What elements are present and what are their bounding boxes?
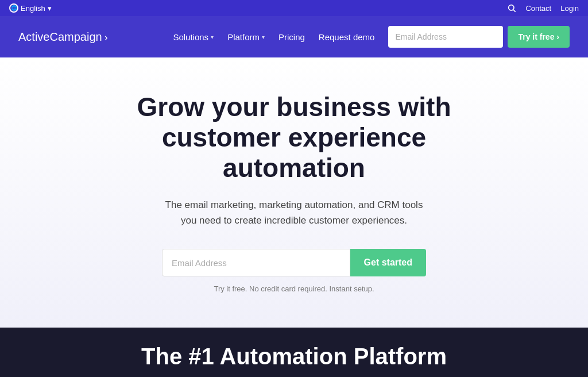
search-icon[interactable] [507, 3, 516, 13]
svg-line-1 [513, 10, 516, 12]
svg-point-0 [509, 5, 514, 10]
login-link[interactable]: Login [560, 4, 579, 13]
try-free-button[interactable]: Try it free › [508, 26, 570, 48]
logo[interactable]: ActiveCampaign› [18, 30, 108, 44]
language-selector[interactable]: 🌐 English ▾ [9, 3, 52, 13]
contact-link[interactable]: Contact [525, 4, 551, 13]
nav-platform[interactable]: Platform ▾ [227, 32, 265, 42]
top-bar: 🌐 English ▾ Contact Login [0, 0, 588, 16]
solutions-chevron: ▾ [211, 34, 214, 40]
nav-pricing[interactable]: Pricing [278, 32, 305, 42]
bottom-section: The #1 Automation Platform [0, 328, 588, 377]
language-chevron: ▾ [48, 4, 52, 13]
hero-email-input[interactable] [162, 249, 350, 276]
top-bar-right: Contact Login [507, 3, 579, 13]
logo-arrow: › [105, 32, 108, 43]
hero-subtitle: The email marketing, marketing automatio… [156, 197, 432, 228]
nav-cta-area: Try it free › [388, 26, 570, 48]
get-started-button[interactable]: Get started [350, 249, 426, 276]
logo-text: ActiveCampaign [18, 30, 102, 43]
hero-title: Grow your business with customer experie… [93, 92, 495, 183]
nav-request-demo[interactable]: Request demo [319, 32, 375, 42]
bottom-title: The #1 Automation Platform [141, 344, 447, 370]
globe-icon: 🌐 [9, 3, 18, 13]
platform-chevron: ▾ [262, 34, 265, 40]
hero-fine-print: Try it free. No credit card required. In… [214, 284, 374, 293]
nav-email-input[interactable] [388, 26, 503, 48]
hero-section: Grow your business with customer experie… [0, 57, 588, 328]
nav-solutions[interactable]: Solutions ▾ [173, 32, 214, 42]
nav-links: Solutions ▾ Platform ▾ Pricing Request d… [173, 32, 374, 42]
main-nav: ActiveCampaign› Solutions ▾ Platform ▾ P… [0, 16, 588, 57]
language-label: English [21, 4, 45, 13]
hero-form: Get started [162, 249, 426, 276]
